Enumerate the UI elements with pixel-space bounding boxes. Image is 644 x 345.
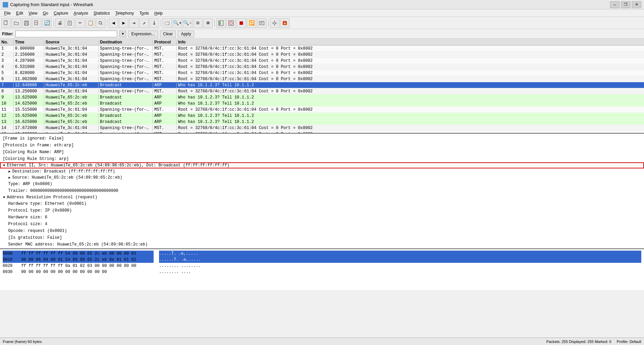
menu-analyze[interactable]: Analyze	[71, 10, 91, 16]
stop-button[interactable]	[237, 18, 246, 28]
print-button[interactable]: 🖨	[55, 18, 65, 28]
cell-destination: Broadcast	[99, 101, 153, 106]
table-row[interactable]: 3 4.297000 HuaweiTe_3c:61:04 Spanning-tr…	[0, 58, 644, 64]
ascii-row: ........ ....	[159, 269, 641, 275]
zoom-in-button[interactable]: 🔍+	[173, 18, 182, 28]
table-row[interactable]: 8 13.250000 HuaweiTe_3c:61:04 Spanning-t…	[0, 88, 644, 94]
menu-view[interactable]: View	[26, 10, 40, 16]
detail-line[interactable]: ▶ Destination: Broadcast (ff:ff:ff:ff:ff…	[0, 168, 644, 175]
cell-no: 15	[0, 132, 14, 133]
hex-row[interactable]: 0000 ff ff ff ff ff ff 54 89 98 65 2c eb…	[3, 251, 154, 257]
table-row[interactable]: 2 2.156000 HuaweiTe_3c:61:04 Spanning-tr…	[0, 52, 644, 58]
app-icon	[3, 2, 8, 7]
cell-info: Root = 32768/0/4c:1f:cc:3c:61:04 Cost = …	[177, 52, 644, 57]
cell-time: 15.515000	[14, 107, 44, 112]
table-row[interactable]: 14 17.672000 HuaweiTe_3c:61:04 Spanning-…	[0, 125, 644, 131]
restart-button[interactable]: 🔁	[247, 18, 256, 28]
table-row[interactable]: 4 6.531000 HuaweiTe_3c:61:04 Spanning-tr…	[0, 64, 644, 70]
menu-edit[interactable]: Edit	[13, 10, 26, 16]
cell-info: Root = 32768/0/4c:1f:cc:3c:61:04 Cost = …	[177, 71, 644, 75]
clear-button[interactable]: Clear	[160, 31, 176, 37]
capture-btn1[interactable]	[216, 18, 226, 28]
cut-button[interactable]: ✂	[75, 18, 85, 28]
table-row[interactable]: 6 11.062000 HuaweiTe_3c:61:04 Spanning-t…	[0, 76, 644, 82]
expression-button[interactable]: Expression...	[128, 31, 158, 37]
save-capture-button[interactable]	[22, 18, 31, 28]
cell-no: 9	[0, 95, 14, 100]
ascii-row: ........ ........	[159, 263, 641, 269]
menu-file[interactable]: File	[1, 10, 13, 16]
close-button[interactable]: ✕	[632, 1, 641, 8]
table-row[interactable]: 9 13.625000 HuaweiTe_65:2c:eb Broadcast …	[0, 94, 644, 101]
menu-statistics[interactable]: Statistics	[91, 10, 112, 16]
forward-button[interactable]: ▶	[119, 18, 128, 28]
table-row[interactable]: 12 15.625000 HuaweiTe_65:2c:eb Broadcast…	[0, 113, 644, 119]
interfaces-button[interactable]	[257, 18, 266, 28]
table-row[interactable]: 15 19.937000 HuaweiTe_3c:61:04 Spanning-…	[0, 131, 644, 133]
cell-source: HuaweiTe_3c:61:04	[44, 71, 99, 75]
help-button[interactable]: W	[280, 18, 290, 28]
svg-text:W: W	[284, 22, 286, 25]
cell-no: 13	[0, 120, 14, 124]
filter-dropdown-button[interactable]: ▼	[119, 31, 126, 37]
open-capture-button[interactable]	[12, 18, 21, 28]
find-button[interactable]	[96, 18, 105, 28]
menu-telephony[interactable]: Telephony	[112, 10, 137, 16]
table-row[interactable]: 11 15.515000 HuaweiTe_3c:61:04 Spanning-…	[0, 107, 644, 113]
detail-line: Hardware type: Ethernet (0x0001)	[0, 200, 644, 207]
cell-destination: Spanning-tree-(for-STP	[99, 77, 153, 81]
table-row[interactable]: 13 16.625000 HuaweiTe_65:2c:eb Broadcast…	[0, 119, 644, 125]
back-button[interactable]: ◀	[109, 18, 118, 28]
table-row[interactable]: 1 0.000000 HuaweiTe_3c:61:04 Spanning-tr…	[0, 46, 644, 52]
hex-offset: 0020	[3, 264, 16, 268]
zoom-out-button[interactable]: 🔍-	[183, 18, 192, 28]
zoom-normal-button[interactable]: ⊡	[193, 18, 203, 28]
detail-line[interactable]: ▼ Address Resolution Protocol (request)	[0, 194, 644, 200]
expand-icon: ▼	[1, 196, 7, 199]
col-header-no: No.	[0, 40, 14, 44]
menu-tools[interactable]: Tools	[137, 10, 152, 16]
apply-button[interactable]: Apply	[178, 31, 194, 37]
cell-info: Root = 32768/0/4c:1f:cc:3c:61:04 Cost = …	[177, 126, 644, 130]
expand-icon: ▶	[7, 176, 12, 180]
table-row[interactable]: 7 12.640000 HuaweiTe_65:2c:eb Broadcast …	[0, 82, 644, 88]
filter-input[interactable]	[15, 31, 117, 37]
col-header-protocol: Protocol	[153, 40, 177, 44]
hex-row[interactable]: 0030 00 00 00 00 00 00 00 00 00 00 00 00	[3, 269, 154, 275]
hex-row[interactable]: 0010 08 00 06 04 00 01 54 89 98 65 2c eb…	[3, 257, 154, 263]
go-to-button[interactable]: ↗	[139, 18, 149, 28]
toolbar: 🔄 🖨 ✂ 📋 ◀ ▶ ⇥ ↗ ⤓ 🔍+ 🔍- ⊡ ⊞ 🔁 W	[0, 17, 644, 29]
hex-row[interactable]: 0020 ff ff ff ff ff ff 0a 01 02 03 00 00…	[3, 263, 154, 269]
cell-info: Root = 32768/0/4c:1f:cc:3c:61:04 Cost = …	[177, 58, 644, 63]
table-row[interactable]: 5 8.828000 HuaweiTe_3c:61:04 Spanning-tr…	[0, 70, 644, 76]
minimize-button[interactable]: ─	[610, 1, 620, 8]
detail-line: Type: ARP (0x0806)	[0, 181, 644, 187]
hex-bytes: 00 00 00 00 00 00 00 00 00 00 00 00	[21, 270, 107, 274]
reload-button[interactable]: 🔄	[42, 18, 52, 28]
jump-button[interactable]: ⇥	[129, 18, 139, 28]
restore-button[interactable]: ❐	[621, 1, 630, 8]
cell-source: HuaweiTe_3c:61:04	[44, 46, 99, 51]
menu-go[interactable]: Go	[40, 10, 51, 16]
menu-help[interactable]: Help	[152, 10, 166, 16]
cell-destination: Spanning-tree-(for-STP	[99, 52, 153, 57]
detail-line[interactable]: ▼ Ethernet II, Src: HuaweiTe_65:2c:eb (5…	[0, 162, 644, 168]
close-capture-button[interactable]	[32, 18, 41, 28]
window-controls: ─ ❐ ✕	[610, 1, 641, 8]
cell-source: HuaweiTe_3c:61:04	[44, 52, 99, 57]
copy-button[interactable]: 📋	[86, 18, 95, 28]
detail-line: Protocol size: 4	[0, 221, 644, 228]
capture-btn2[interactable]	[226, 18, 236, 28]
cell-no: 1	[0, 46, 14, 51]
menu-capture[interactable]: Capture	[51, 10, 71, 16]
expand-icon: ▼	[1, 164, 7, 167]
table-row[interactable]: 10 14.625000 HuaweiTe_65:2c:eb Broadcast…	[0, 101, 644, 107]
colorize-button[interactable]	[162, 18, 172, 28]
go-end-button[interactable]: ⤓	[150, 18, 159, 28]
detail-line[interactable]: ▶ Source: HuaweiTe_65:2c:eb (54:89:98:65…	[0, 175, 644, 181]
export-button[interactable]	[65, 18, 75, 28]
cell-time: 14.625000	[14, 101, 44, 106]
new-capture-button[interactable]	[1, 18, 11, 28]
resize-button[interactable]: ⊞	[203, 18, 213, 28]
settings-button[interactable]	[270, 18, 279, 28]
